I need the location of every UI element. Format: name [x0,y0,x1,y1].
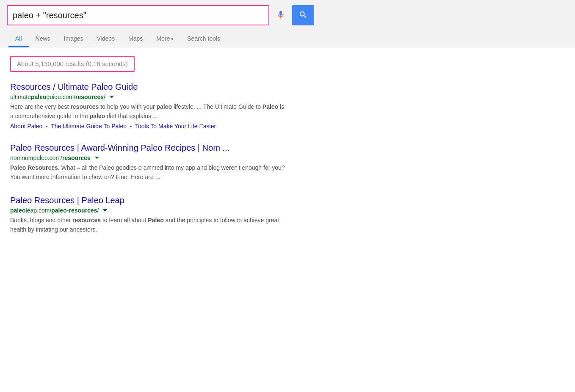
tabs-row: All News Images Videos Maps More Search … [7,30,568,47]
search-button[interactable] [292,5,314,25]
tab-maps[interactable]: Maps [122,31,149,47]
result-item: Resources / Ultimate Paleo Guide ultimat… [10,81,286,130]
result-sitelinks-1: About Paleo - The Ultimate Guide To Pale… [10,123,286,130]
result-title-1[interactable]: Resources / Ultimate Paleo Guide [10,81,286,92]
tab-videos[interactable]: Videos [90,31,122,47]
tab-images[interactable]: Images [57,31,90,47]
url-dropdown-icon-3[interactable] [103,209,107,212]
result-item: Paleo Resources | Paleo Leap paleoleap.c… [10,195,286,235]
result-url-1: ultimatepaleoguide.com/resources/ [10,94,105,100]
result-url-row-2: nomnompaleo.com/resources [10,155,286,161]
result-url-row-1: ultimatepaleoguide.com/resources/ [10,94,286,100]
search-bar-row [7,5,568,30]
result-snippet-3: Books, blogs and other resources to lear… [10,215,286,235]
search-icon [299,10,308,21]
url-dropdown-icon-2[interactable] [95,157,99,159]
tab-more[interactable]: More [149,31,180,47]
microphone-button[interactable] [273,7,289,24]
sitelink-about-paleo[interactable]: About Paleo [10,123,42,130]
result-snippet-1: Here are the very best resources to help… [10,102,286,121]
results-count: About 5,130,000 results (0.18 seconds) [17,60,128,67]
tab-all[interactable]: All [8,31,29,47]
main-content: About 5,130,000 results (0.18 seconds) R… [0,47,296,255]
result-title-3[interactable]: Paleo Resources | Paleo Leap [10,195,286,206]
result-item: Paleo Resources | Award-Winning Paleo Re… [10,142,286,182]
results-count-box: About 5,130,000 results (0.18 seconds) [10,56,135,72]
sitelink-tools[interactable]: Tools To Make Your Life Easier [135,123,216,130]
tab-news[interactable]: News [29,31,57,47]
result-url-row-3: paleoleap.com/paleo-resources/ [10,207,286,214]
microphone-icon [276,10,285,21]
result-title-2[interactable]: Paleo Resources | Award-Winning Paleo Re… [10,142,286,153]
search-header: All News Images Videos Maps More Search … [0,0,575,47]
tab-search-tools[interactable]: Search tools [180,31,227,47]
result-url-2: nomnompaleo.com/resources [10,155,91,161]
url-dropdown-icon-1[interactable] [110,96,114,98]
sitelink-ultimate-guide[interactable]: The Ultimate Guide To Paleo [51,123,127,130]
result-snippet-2: Paleo Resources. What – all the Paleo go… [10,163,286,182]
result-url-3: paleoleap.com/paleo-resources/ [10,207,99,214]
search-input[interactable] [13,11,263,20]
search-input-wrapper [7,5,269,25]
